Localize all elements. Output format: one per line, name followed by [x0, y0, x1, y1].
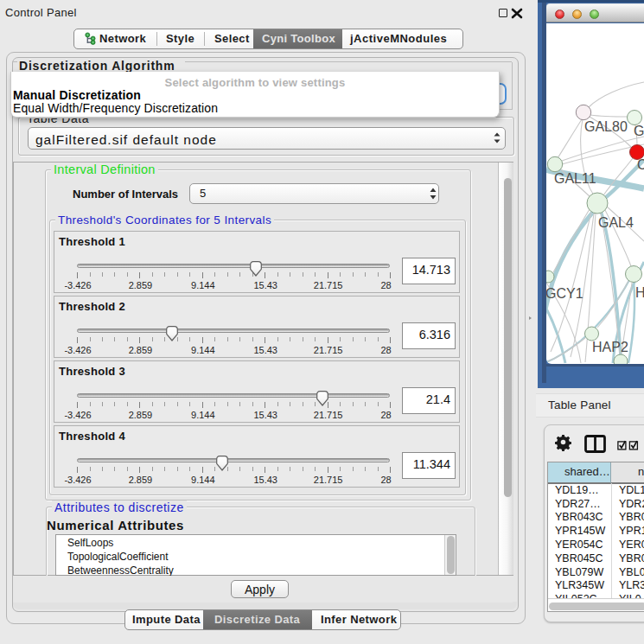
svg-text:GAL4: GAL4 — [598, 215, 634, 230]
svg-text:GAL11: GAL11 — [554, 171, 596, 186]
svg-text:GA: GA — [634, 124, 644, 138]
svg-text:GAL80: GAL80 — [584, 119, 628, 134]
svg-text:H: H — [635, 285, 644, 300]
svg-text:GCY1: GCY1 — [546, 286, 583, 301]
svg-text:C: C — [637, 157, 644, 172]
svg-text:HAP2: HAP2 — [592, 340, 628, 354]
